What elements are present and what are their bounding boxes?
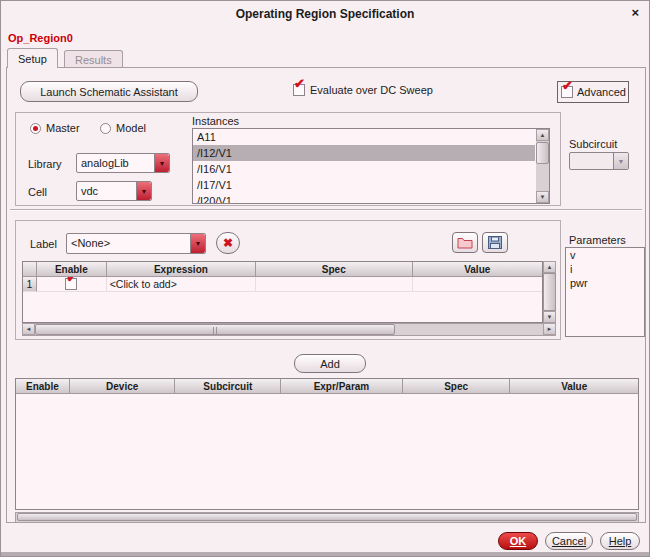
dialog-title: Operating Region Specification: [236, 7, 415, 21]
thumb-grip-icon: [213, 327, 217, 334]
scroll-left-button[interactable]: ◄: [22, 323, 35, 335]
launch-schematic-assistant-button[interactable]: Launch Schematic Assistant: [20, 81, 198, 102]
instances-list: A11 /I12/V1 /I16/V1 /I17/V1 /I20/V1 ▲ ▼: [192, 128, 550, 204]
subcircuit-label: Subcircuit: [569, 138, 617, 150]
advanced-checkbox-group: ✔ Advanced: [557, 81, 629, 103]
close-icon: ×: [631, 5, 639, 20]
left-arrow-icon: ◄: [26, 326, 32, 332]
up-arrow-icon: ▲: [547, 264, 553, 270]
ok-button[interactable]: OK: [498, 532, 538, 550]
close-button[interactable]: ×: [631, 5, 639, 20]
column-header-enable: Enable: [16, 379, 70, 394]
device-table-body: [16, 394, 638, 509]
scroll-right-button[interactable]: ►: [543, 323, 556, 335]
expression-table-header: Enable Expression Spec Value: [23, 262, 542, 277]
device-table-hscrollbar[interactable]: [15, 512, 639, 523]
setup-panel: Launch Schematic Assistant ✔ Evaluate ov…: [6, 67, 646, 523]
scrollbar-thumb[interactable]: [543, 273, 556, 311]
chevron-down-icon: ▼: [195, 240, 202, 247]
instance-item[interactable]: A11: [193, 129, 535, 145]
column-header-spec: Spec: [256, 262, 412, 277]
library-combo-arrow[interactable]: ▼: [154, 154, 169, 172]
operating-region-dialog: Operating Region Specification × Op_Regi…: [0, 0, 650, 557]
column-header-device: Device: [70, 379, 176, 394]
device-table: Enable Device Subcircuit Expr/Param Spec…: [15, 378, 639, 510]
expression-table-hscrollbar[interactable]: ◄ ►: [22, 323, 556, 336]
column-header-subcircuit: Subcircuit: [175, 379, 281, 394]
instances-scrollbar[interactable]: ▲ ▼: [536, 129, 549, 203]
help-button[interactable]: Help: [600, 532, 640, 550]
row-number: 1: [23, 277, 37, 292]
instance-item[interactable]: /I17/V1: [193, 177, 535, 193]
column-header-value: Value: [413, 262, 543, 277]
label-combo-value: <None>: [67, 234, 190, 253]
add-button[interactable]: Add: [294, 354, 366, 373]
master-radio[interactable]: Master: [30, 122, 80, 134]
chevron-down-icon: ▼: [159, 160, 166, 167]
parameter-item[interactable]: i: [566, 262, 644, 276]
save-icon: [488, 236, 502, 249]
value-cell[interactable]: [413, 277, 543, 292]
radio-selected-icon: [30, 123, 41, 134]
cell-combo-arrow[interactable]: ▼: [136, 182, 151, 200]
subcircuit-combo-arrow[interactable]: ▼: [613, 153, 628, 169]
check-icon: ✔: [294, 77, 305, 90]
spec-cell[interactable]: [256, 277, 412, 292]
instance-item-selected[interactable]: /I12/V1: [193, 145, 535, 161]
down-arrow-icon: ▼: [540, 194, 546, 200]
label-label: Label: [30, 238, 57, 250]
expression-group: Label <None> ▼ ✖: [15, 220, 561, 340]
scrollbar-thumb[interactable]: [35, 324, 395, 335]
expression-cell[interactable]: <Click to add>: [107, 277, 256, 292]
column-header-expr-param: Expr/Param: [281, 379, 403, 394]
row-number-header: [23, 262, 37, 277]
tab-setup[interactable]: Setup: [7, 48, 58, 68]
label-combo[interactable]: <None> ▼: [66, 233, 206, 254]
folder-icon: [457, 237, 473, 249]
column-header-expression: Expression: [107, 262, 256, 277]
scroll-up-button[interactable]: ▲: [536, 129, 549, 141]
check-icon: ✔: [562, 79, 573, 92]
column-header-value: Value: [510, 379, 638, 394]
column-header-enable: Enable: [37, 262, 107, 277]
scroll-down-button[interactable]: ▼: [536, 191, 549, 203]
advanced-checkbox[interactable]: ✔: [561, 86, 573, 98]
save-setup-button[interactable]: [482, 232, 508, 253]
row-enable-checkbox[interactable]: ✔: [65, 278, 77, 290]
tab-results[interactable]: Results: [64, 50, 123, 68]
cell-combo[interactable]: vdc ▼: [76, 181, 152, 201]
scroll-up-button[interactable]: ▲: [543, 261, 556, 273]
evaluate-dc-sweep-checkbox[interactable]: ✔: [293, 84, 305, 96]
parameters-label: Parameters: [569, 234, 626, 246]
parameter-item[interactable]: pwr: [566, 276, 644, 290]
expression-table-vscrollbar[interactable]: ▲ ▼: [543, 261, 556, 323]
dialog-bottom-edge: [1, 552, 650, 557]
delete-label-button[interactable]: ✖: [216, 232, 240, 254]
cell-combo-value: vdc: [77, 182, 136, 200]
subcircuit-combo[interactable]: ▼: [569, 152, 629, 170]
chevron-down-icon: ▼: [618, 158, 625, 165]
down-arrow-icon: ▼: [547, 314, 553, 320]
model-radio[interactable]: Model: [100, 122, 146, 134]
library-combo-value: analogLib: [77, 154, 154, 172]
title-bar: Operating Region Specification ×: [1, 1, 649, 27]
cancel-button[interactable]: Cancel: [545, 532, 593, 550]
load-setup-button[interactable]: [452, 232, 478, 253]
right-arrow-icon: ►: [547, 326, 553, 332]
instance-item[interactable]: /I20/V1: [193, 193, 535, 204]
delete-x-icon: ✖: [223, 236, 233, 250]
row-enable-cell[interactable]: ✔: [37, 277, 107, 292]
library-combo[interactable]: analogLib ▼: [76, 153, 170, 173]
instance-item[interactable]: /I16/V1: [193, 161, 535, 177]
evaluate-dc-sweep: ✔ Evaluate over DC Sweep: [293, 84, 433, 96]
scroll-down-button[interactable]: ▼: [543, 311, 556, 323]
scrollbar-thumb[interactable]: [536, 142, 549, 164]
column-header-spec: Spec: [403, 379, 511, 394]
scrollbar-thumb[interactable]: [17, 513, 637, 521]
separator: [10, 209, 642, 211]
chevron-down-arrow[interactable]: ▼: [190, 234, 205, 253]
parameter-item[interactable]: v: [566, 248, 644, 262]
cell-label: Cell: [28, 186, 47, 198]
expression-table-row: 1 ✔ <Click to add>: [23, 277, 542, 292]
expression-table: Enable Expression Spec Value 1 ✔ <Click …: [22, 261, 543, 323]
